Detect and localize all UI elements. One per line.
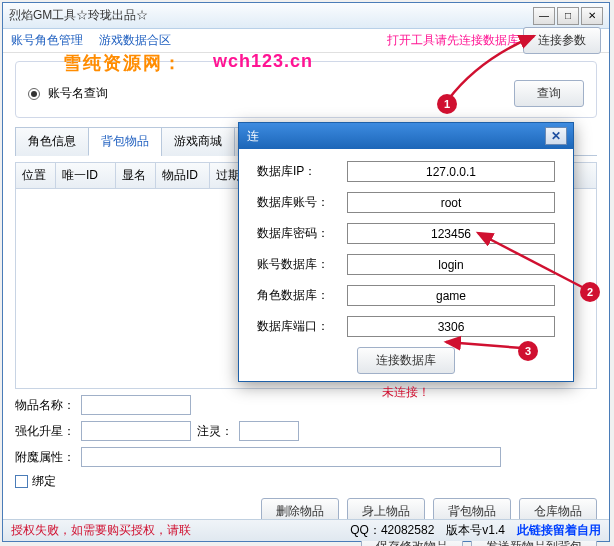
self-use-link[interactable]: 此链接留着自用 [517, 522, 601, 539]
bind-checkbox-row: 绑定 [15, 473, 597, 490]
account-query-label: 账号名查询 [48, 85, 108, 102]
maximize-icon[interactable]: □ [557, 7, 579, 25]
titlebar: 烈焰GM工具☆玲珑出品☆ — □ ✕ [3, 3, 609, 29]
dialog-title: 连 [247, 128, 259, 145]
db-pass-label: 数据库密码： [257, 225, 347, 242]
enhance-row: 强化升星： 注灵： [15, 421, 597, 441]
auth-status: 授权失败，如需要购买授权，请联 [11, 522, 338, 539]
window-title: 烈焰GM工具☆玲珑出品☆ [9, 7, 533, 24]
col-itemid: 物品ID [156, 163, 210, 188]
tab-role-info[interactable]: 角色信息 [15, 127, 89, 156]
tab-bag-items[interactable]: 背包物品 [88, 127, 162, 156]
col-position: 位置 [16, 163, 56, 188]
db-pass-input[interactable] [347, 223, 555, 244]
account-query-radio[interactable] [28, 88, 40, 100]
bind-checkbox[interactable] [15, 475, 28, 488]
db-user-input[interactable] [347, 192, 555, 213]
enhance-label: 强化升星： [15, 423, 75, 440]
dialog-close-icon[interactable]: ✕ [545, 127, 567, 145]
annotation-marker-1: 1 [437, 94, 457, 114]
connect-db-button[interactable]: 连接数据库 [357, 347, 455, 374]
spirit-label: 注灵： [197, 423, 233, 440]
search-panel: 账号名查询 查询 [15, 61, 597, 118]
connect-params-button[interactable]: 连接参数 [523, 27, 601, 54]
annotation-marker-3: 3 [518, 341, 538, 361]
db-port-label: 数据库端口： [257, 318, 347, 335]
enchant-input[interactable] [81, 447, 501, 467]
close-icon[interactable]: ✕ [581, 7, 603, 25]
minimize-icon[interactable]: — [533, 7, 555, 25]
enchant-row: 附魔属性： [15, 447, 597, 467]
bind-label: 绑定 [32, 473, 56, 490]
statusbar: 授权失败，如需要购买授权，请联 QQ：42082582 版本号v1.4 此链接留… [3, 519, 609, 541]
db-acct-label: 账号数据库： [257, 256, 347, 273]
db-role-input[interactable] [347, 285, 555, 306]
annotation-marker-2: 2 [580, 282, 600, 302]
window-controls: — □ ✕ [533, 7, 603, 25]
menu-account-role[interactable]: 账号角色管理 [11, 32, 83, 49]
version-label: 版本号v1.4 [446, 522, 505, 539]
enchant-label: 附魔属性： [15, 449, 75, 466]
tab-game-shop[interactable]: 游戏商城 [161, 127, 235, 156]
connect-warning: 打开工具请先连接数据库 [387, 32, 519, 49]
enhance-input[interactable] [81, 421, 191, 441]
db-user-label: 数据库账号： [257, 194, 347, 211]
item-name-label: 物品名称： [15, 397, 75, 414]
query-button[interactable]: 查询 [514, 80, 584, 107]
menu-data-merge[interactable]: 游戏数据合区 [99, 32, 171, 49]
db-acct-input[interactable] [347, 254, 555, 275]
db-role-label: 角色数据库： [257, 287, 347, 304]
dialog-titlebar[interactable]: 连 ✕ [239, 123, 573, 149]
qq-contact: QQ：42082582 [350, 522, 434, 539]
spirit-input[interactable] [239, 421, 299, 441]
item-name-input[interactable] [81, 395, 191, 415]
connect-status: 未连接！ [257, 384, 555, 401]
db-port-input[interactable] [347, 316, 555, 337]
dialog-body: 数据库IP： 数据库账号： 数据库密码： 账号数据库： 角色数据库： 数据库端口… [239, 149, 573, 413]
db-ip-input[interactable] [347, 161, 555, 182]
db-ip-label: 数据库IP： [257, 163, 347, 180]
menubar: 账号角色管理 游戏数据合区 打开工具请先连接数据库 连接参数 [3, 29, 609, 53]
col-display: 显名 [116, 163, 156, 188]
col-uid: 唯一ID [56, 163, 116, 188]
